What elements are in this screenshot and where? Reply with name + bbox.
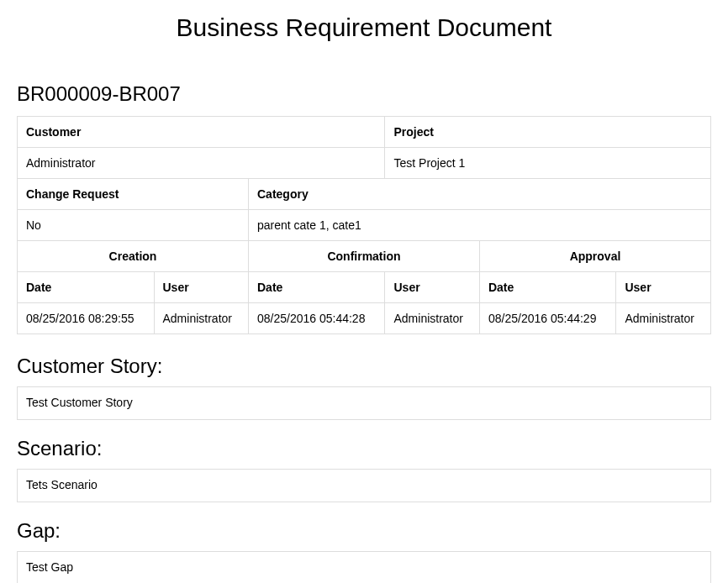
project-header: Project	[385, 117, 711, 148]
gap-heading: Gap:	[17, 519, 711, 543]
creation-user-value: Administrator	[154, 303, 248, 334]
customer-header: Customer	[18, 117, 385, 148]
creation-date-header: Date	[18, 272, 155, 303]
customer-value: Administrator	[18, 148, 385, 179]
customer-story-heading: Customer Story:	[17, 355, 711, 378]
confirmation-date-header: Date	[248, 272, 385, 303]
creation-date-value: 08/25/2016 08:29:55	[18, 303, 155, 334]
document-id: BR000009-BR007	[17, 82, 711, 106]
project-value: Test Project 1	[385, 148, 711, 179]
confirmation-user-value: Administrator	[385, 303, 479, 334]
creation-header: Creation	[18, 241, 249, 272]
confirmation-header: Confirmation	[248, 241, 479, 272]
confirmation-date-value: 08/25/2016 05:44:28	[248, 303, 385, 334]
confirmation-user-header: User	[385, 272, 479, 303]
change-request-value: No	[18, 210, 249, 241]
customer-story-content: Test Customer Story	[17, 386, 711, 420]
approval-header: Approval	[479, 241, 710, 272]
scenario-content: Tets Scenario	[17, 469, 711, 502]
creation-user-header: User	[154, 272, 248, 303]
change-request-header: Change Request	[18, 179, 249, 210]
category-value: parent cate 1, cate1	[248, 210, 710, 241]
metadata-table: Customer Project Administrator Test Proj…	[17, 116, 711, 334]
category-header: Category	[248, 179, 710, 210]
approval-user-header: User	[616, 272, 711, 303]
approval-date-header: Date	[479, 272, 616, 303]
gap-content: Test Gap	[17, 551, 711, 583]
scenario-heading: Scenario:	[17, 437, 711, 460]
document-title: Business Requirement Document	[17, 13, 711, 42]
approval-user-value: Administrator	[616, 303, 711, 334]
approval-date-value: 08/25/2016 05:44:29	[479, 303, 616, 334]
